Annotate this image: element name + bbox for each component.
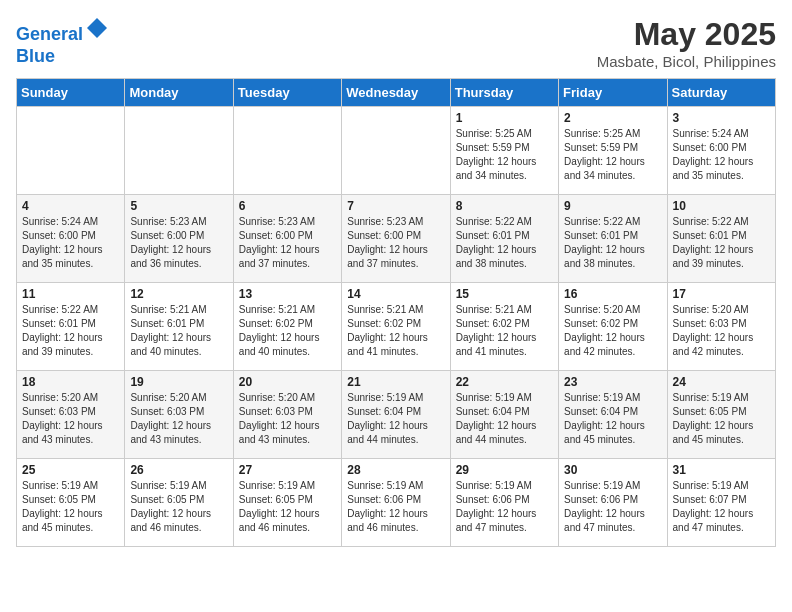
day-number: 7 (347, 199, 444, 213)
day-cell: 6Sunrise: 5:23 AM Sunset: 6:00 PM Daylig… (233, 195, 341, 283)
logo-icon (85, 16, 109, 40)
day-cell (342, 107, 450, 195)
header-day-wednesday: Wednesday (342, 79, 450, 107)
calendar-body: 1Sunrise: 5:25 AM Sunset: 5:59 PM Daylig… (17, 107, 776, 547)
day-cell: 20Sunrise: 5:20 AM Sunset: 6:03 PM Dayli… (233, 371, 341, 459)
day-detail: Sunrise: 5:19 AM Sunset: 6:04 PM Dayligh… (347, 391, 444, 447)
week-row-1: 1Sunrise: 5:25 AM Sunset: 5:59 PM Daylig… (17, 107, 776, 195)
day-number: 3 (673, 111, 770, 125)
logo-line2: Blue (16, 46, 55, 66)
day-cell: 7Sunrise: 5:23 AM Sunset: 6:00 PM Daylig… (342, 195, 450, 283)
day-detail: Sunrise: 5:20 AM Sunset: 6:03 PM Dayligh… (673, 303, 770, 359)
day-detail: Sunrise: 5:19 AM Sunset: 6:07 PM Dayligh… (673, 479, 770, 535)
day-cell (125, 107, 233, 195)
day-detail: Sunrise: 5:19 AM Sunset: 6:06 PM Dayligh… (347, 479, 444, 535)
day-detail: Sunrise: 5:19 AM Sunset: 6:04 PM Dayligh… (564, 391, 661, 447)
logo: General Blue (16, 16, 109, 67)
page-header: General Blue May 2025 Masbate, Bicol, Ph… (16, 16, 776, 70)
day-detail: Sunrise: 5:22 AM Sunset: 6:01 PM Dayligh… (673, 215, 770, 271)
day-cell: 3Sunrise: 5:24 AM Sunset: 6:00 PM Daylig… (667, 107, 775, 195)
day-cell: 19Sunrise: 5:20 AM Sunset: 6:03 PM Dayli… (125, 371, 233, 459)
day-cell (233, 107, 341, 195)
day-detail: Sunrise: 5:20 AM Sunset: 6:02 PM Dayligh… (564, 303, 661, 359)
day-cell: 2Sunrise: 5:25 AM Sunset: 5:59 PM Daylig… (559, 107, 667, 195)
day-detail: Sunrise: 5:19 AM Sunset: 6:05 PM Dayligh… (22, 479, 119, 535)
week-row-2: 4Sunrise: 5:24 AM Sunset: 6:00 PM Daylig… (17, 195, 776, 283)
day-number: 28 (347, 463, 444, 477)
day-cell: 5Sunrise: 5:23 AM Sunset: 6:00 PM Daylig… (125, 195, 233, 283)
header-day-saturday: Saturday (667, 79, 775, 107)
calendar-header: SundayMondayTuesdayWednesdayThursdayFrid… (17, 79, 776, 107)
day-cell: 16Sunrise: 5:20 AM Sunset: 6:02 PM Dayli… (559, 283, 667, 371)
day-number: 21 (347, 375, 444, 389)
day-cell: 28Sunrise: 5:19 AM Sunset: 6:06 PM Dayli… (342, 459, 450, 547)
day-cell: 26Sunrise: 5:19 AM Sunset: 6:05 PM Dayli… (125, 459, 233, 547)
day-number: 17 (673, 287, 770, 301)
day-number: 11 (22, 287, 119, 301)
day-cell: 25Sunrise: 5:19 AM Sunset: 6:05 PM Dayli… (17, 459, 125, 547)
day-detail: Sunrise: 5:24 AM Sunset: 6:00 PM Dayligh… (673, 127, 770, 183)
day-number: 15 (456, 287, 553, 301)
day-cell (17, 107, 125, 195)
day-number: 23 (564, 375, 661, 389)
day-number: 22 (456, 375, 553, 389)
header-day-tuesday: Tuesday (233, 79, 341, 107)
day-cell: 4Sunrise: 5:24 AM Sunset: 6:00 PM Daylig… (17, 195, 125, 283)
day-number: 5 (130, 199, 227, 213)
svg-marker-0 (87, 18, 107, 38)
header-day-thursday: Thursday (450, 79, 558, 107)
day-number: 20 (239, 375, 336, 389)
day-number: 29 (456, 463, 553, 477)
day-cell: 17Sunrise: 5:20 AM Sunset: 6:03 PM Dayli… (667, 283, 775, 371)
day-detail: Sunrise: 5:20 AM Sunset: 6:03 PM Dayligh… (130, 391, 227, 447)
day-number: 12 (130, 287, 227, 301)
week-row-3: 11Sunrise: 5:22 AM Sunset: 6:01 PM Dayli… (17, 283, 776, 371)
day-detail: Sunrise: 5:20 AM Sunset: 6:03 PM Dayligh… (22, 391, 119, 447)
day-number: 30 (564, 463, 661, 477)
day-detail: Sunrise: 5:21 AM Sunset: 6:02 PM Dayligh… (456, 303, 553, 359)
day-cell: 1Sunrise: 5:25 AM Sunset: 5:59 PM Daylig… (450, 107, 558, 195)
day-detail: Sunrise: 5:19 AM Sunset: 6:06 PM Dayligh… (456, 479, 553, 535)
day-number: 24 (673, 375, 770, 389)
day-detail: Sunrise: 5:19 AM Sunset: 6:05 PM Dayligh… (130, 479, 227, 535)
week-row-4: 18Sunrise: 5:20 AM Sunset: 6:03 PM Dayli… (17, 371, 776, 459)
day-number: 26 (130, 463, 227, 477)
day-cell: 29Sunrise: 5:19 AM Sunset: 6:06 PM Dayli… (450, 459, 558, 547)
day-cell: 10Sunrise: 5:22 AM Sunset: 6:01 PM Dayli… (667, 195, 775, 283)
header-row: SundayMondayTuesdayWednesdayThursdayFrid… (17, 79, 776, 107)
day-cell: 12Sunrise: 5:21 AM Sunset: 6:01 PM Dayli… (125, 283, 233, 371)
day-number: 19 (130, 375, 227, 389)
day-number: 31 (673, 463, 770, 477)
day-detail: Sunrise: 5:23 AM Sunset: 6:00 PM Dayligh… (130, 215, 227, 271)
logo-line1: General (16, 24, 83, 44)
day-number: 2 (564, 111, 661, 125)
day-cell: 24Sunrise: 5:19 AM Sunset: 6:05 PM Dayli… (667, 371, 775, 459)
day-cell: 21Sunrise: 5:19 AM Sunset: 6:04 PM Dayli… (342, 371, 450, 459)
day-number: 1 (456, 111, 553, 125)
day-cell: 31Sunrise: 5:19 AM Sunset: 6:07 PM Dayli… (667, 459, 775, 547)
day-detail: Sunrise: 5:19 AM Sunset: 6:05 PM Dayligh… (673, 391, 770, 447)
title-block: May 2025 Masbate, Bicol, Philippines (597, 16, 776, 70)
day-cell: 23Sunrise: 5:19 AM Sunset: 6:04 PM Dayli… (559, 371, 667, 459)
header-day-monday: Monday (125, 79, 233, 107)
day-cell: 22Sunrise: 5:19 AM Sunset: 6:04 PM Dayli… (450, 371, 558, 459)
day-detail: Sunrise: 5:21 AM Sunset: 6:01 PM Dayligh… (130, 303, 227, 359)
day-detail: Sunrise: 5:19 AM Sunset: 6:04 PM Dayligh… (456, 391, 553, 447)
calendar-table: SundayMondayTuesdayWednesdayThursdayFrid… (16, 78, 776, 547)
day-number: 6 (239, 199, 336, 213)
day-detail: Sunrise: 5:22 AM Sunset: 6:01 PM Dayligh… (22, 303, 119, 359)
day-number: 14 (347, 287, 444, 301)
day-detail: Sunrise: 5:19 AM Sunset: 6:05 PM Dayligh… (239, 479, 336, 535)
day-detail: Sunrise: 5:24 AM Sunset: 6:00 PM Dayligh… (22, 215, 119, 271)
day-number: 16 (564, 287, 661, 301)
day-detail: Sunrise: 5:21 AM Sunset: 6:02 PM Dayligh… (239, 303, 336, 359)
day-number: 4 (22, 199, 119, 213)
day-cell: 27Sunrise: 5:19 AM Sunset: 6:05 PM Dayli… (233, 459, 341, 547)
day-number: 10 (673, 199, 770, 213)
day-detail: Sunrise: 5:25 AM Sunset: 5:59 PM Dayligh… (564, 127, 661, 183)
day-cell: 14Sunrise: 5:21 AM Sunset: 6:02 PM Dayli… (342, 283, 450, 371)
day-cell: 15Sunrise: 5:21 AM Sunset: 6:02 PM Dayli… (450, 283, 558, 371)
day-number: 25 (22, 463, 119, 477)
header-day-friday: Friday (559, 79, 667, 107)
day-cell: 30Sunrise: 5:19 AM Sunset: 6:06 PM Dayli… (559, 459, 667, 547)
